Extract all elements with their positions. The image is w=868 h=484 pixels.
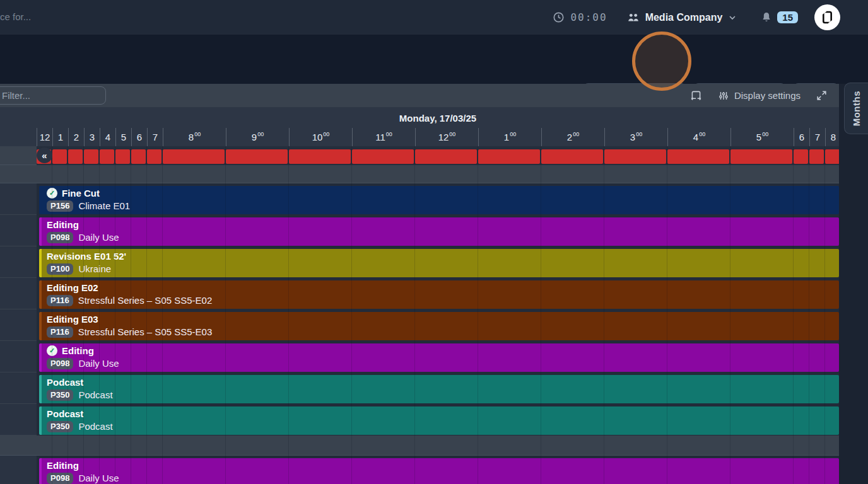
project-code-badge: P100 [47,263,73,275]
empty-row-cell [37,435,839,456]
hour-label: 1100 [353,128,416,146]
event-title: Fine Cut [62,187,100,200]
event-block[interactable]: Editing E03P116Stressful Series – S05 SS… [39,312,839,340]
fit-to-width-icon[interactable] [689,89,703,102]
hour-label: 400 [668,128,731,146]
event-title: Editing [47,459,79,472]
display-settings-button[interactable]: Display settings [718,90,801,101]
busy-segment[interactable] [163,149,225,164]
top-bar: ce for... 00:00 Media Company [0,0,868,35]
project-code-badge: P098 [47,358,73,369]
schedule-row: PodcastP350Podcast [0,404,839,435]
day-header: Monday, 17/03/25 [37,107,839,128]
row-sidebar [0,278,37,309]
busy-segment[interactable] [147,149,161,164]
bell-icon[interactable] [760,11,773,24]
hour-label: 2 [69,128,85,146]
hour-label: 900 [226,128,290,146]
check-icon: ✓ [47,188,57,199]
row-sidebar [0,215,37,246]
event-block[interactable]: EditingP098Daily Use [39,458,839,484]
event-subtitle: Ukraine [78,263,111,275]
hour-label: 12 [37,128,53,146]
filter-bar-right: Display settings [689,84,828,107]
busy-segment[interactable] [52,149,67,164]
busy-segment[interactable] [730,149,792,164]
hour-label: 1000 [290,128,353,146]
empty-row [0,165,839,183]
event-subtitle: Podcast [78,420,112,433]
chevron-down-icon[interactable] [727,13,737,23]
event-block[interactable]: ✓Fine CutP156Climate E01 [39,186,839,214]
toolbar: 17.03.2025 [0,35,868,84]
months-tab[interactable]: Months [844,83,868,134]
busy-segment[interactable] [84,149,98,164]
hour-label: 4 [100,128,116,146]
collapse-sidebar-button[interactable]: « [37,147,52,163]
busy-segment[interactable] [809,149,824,164]
event-subtitle: Podcast [78,389,112,401]
project-code-badge: P350 [47,389,73,401]
row-sidebar [0,165,37,183]
event-title: Podcast [47,376,83,389]
schedule-row: ✓Fine CutP156Climate E01 [0,183,839,215]
row-sidebar [0,435,37,456]
hour-label: 1200 [416,128,479,146]
project-code-badge: P098 [47,232,73,243]
check-icon: ✓ [47,345,57,356]
filter-input[interactable] [0,86,106,105]
busy-segment[interactable] [68,149,83,164]
app-window: ce for... 00:00 Media Company [0,0,868,484]
busy-segment[interactable] [604,149,666,164]
hour-label: 500 [731,128,794,146]
busy-segment[interactable] [131,149,146,164]
busy-segment[interactable] [100,149,114,164]
busy-segment[interactable] [794,149,808,164]
avatar[interactable] [814,4,840,30]
company-selector[interactable]: Media Company [645,12,723,23]
busy-segment[interactable] [415,149,477,164]
event-title: Editing [62,344,94,357]
hour-label: 200 [542,128,605,146]
hours-header: 1212345678009001000110012001002003004005… [37,128,839,146]
busy-segment[interactable] [115,149,130,164]
busy-segment[interactable] [226,149,288,164]
event-block[interactable]: PodcastP350Podcast [39,375,839,403]
project-code-badge: P156 [47,200,73,212]
event-title: Editing [47,218,79,231]
row-sidebar [0,183,37,215]
schedule-row: Editing E02P116Stressful Series – S05 SS… [0,278,839,309]
hour-label: 100 [479,128,542,146]
hour-label: 7 [148,128,163,146]
busy-segment[interactable] [352,149,414,164]
busy-segment[interactable] [478,149,540,164]
event-subtitle: Climate E01 [78,200,130,212]
empty-row [0,435,839,456]
busy-row: « [0,146,839,165]
event-block[interactable]: EditingP098Daily Use [39,217,839,246]
notification-count-badge[interactable]: 15 [777,11,798,23]
project-code-badge: P116 [47,295,73,306]
resource-search-hint[interactable]: ce for... [0,11,31,22]
schedule-row: ✓EditingP098Daily Use [0,341,839,372]
team-icon [626,11,640,25]
event-block[interactable]: Revisions E01 52'P100Ukraine [39,249,839,277]
event-block[interactable]: PodcastP350Podcast [39,406,839,435]
project-code-badge: P116 [47,326,73,338]
event-block[interactable]: ✓EditingP098Daily Use [39,343,839,372]
busy-segment[interactable] [667,149,729,164]
filter-bar: Display settings [0,84,839,107]
top-bar-right: 00:00 Media Company 15 [552,0,840,35]
event-subtitle: Stressful Series – S05 SS5-E02 [78,294,213,307]
empty-row-cell [37,165,839,183]
row-sidebar [0,246,37,278]
display-settings-label: Display settings [734,90,801,101]
fullscreen-icon[interactable] [816,89,828,101]
row-sidebar [0,404,37,435]
busy-segment[interactable] [289,149,351,164]
schedule-timeline: Monday, 17/03/25 12123456780090010001100… [0,107,839,484]
busy-segment[interactable] [541,149,603,164]
busy-segment[interactable] [825,149,839,164]
event-block[interactable]: Editing E02P116Stressful Series – S05 SS… [39,280,839,309]
hour-label: 800 [163,128,226,146]
